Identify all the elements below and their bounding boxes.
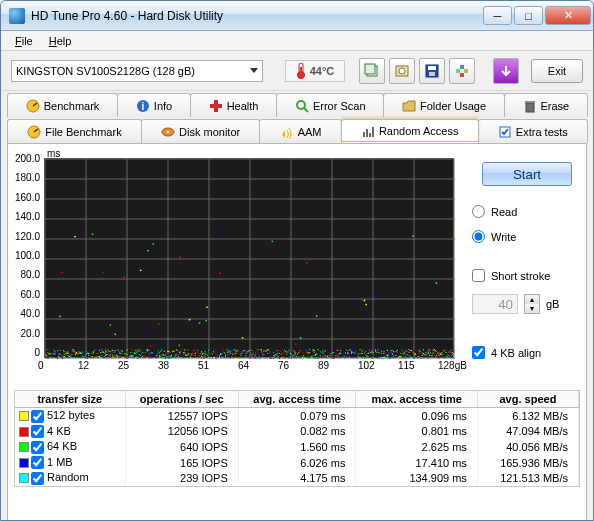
svg-rect-410 xyxy=(188,354,189,355)
svg-rect-87 xyxy=(58,357,59,358)
svg-rect-282 xyxy=(136,357,137,358)
tab-aam[interactable]: AAM xyxy=(259,119,341,143)
svg-rect-150 xyxy=(83,356,84,357)
svg-rect-205 xyxy=(106,354,107,355)
svg-rect-807 xyxy=(346,356,347,357)
svg-rect-843 xyxy=(361,349,362,350)
svg-rect-430 xyxy=(196,352,197,353)
svg-rect-262 xyxy=(129,358,130,359)
copy-info-button[interactable] xyxy=(359,58,385,84)
svg-rect-101 xyxy=(64,356,65,357)
svg-rect-827 xyxy=(355,358,356,359)
svg-rect-203 xyxy=(105,350,106,351)
align-checkbox[interactable] xyxy=(472,346,485,359)
svg-rect-1041 xyxy=(440,354,441,355)
svg-rect-645 xyxy=(281,357,282,358)
svg-rect-142 xyxy=(81,352,82,353)
save-button[interactable] xyxy=(419,58,445,84)
svg-rect-126 xyxy=(74,351,75,352)
exit-button[interactable]: Exit xyxy=(531,59,583,83)
svg-rect-397 xyxy=(183,354,184,355)
svg-rect-124 xyxy=(74,352,75,353)
svg-rect-545 xyxy=(242,355,243,356)
tab-health[interactable]: Health xyxy=(190,93,277,117)
svg-rect-652 xyxy=(285,355,286,356)
read-radio[interactable] xyxy=(472,205,485,218)
svg-rect-480 xyxy=(215,358,216,359)
tab-error-scan[interactable]: Error Scan xyxy=(276,93,384,117)
tab-folder-usage[interactable]: Folder Usage xyxy=(383,93,505,117)
svg-rect-209 xyxy=(107,350,108,351)
svg-rect-404 xyxy=(185,349,186,350)
row-checkbox[interactable] xyxy=(31,472,44,485)
svg-rect-1034 xyxy=(437,350,438,351)
svg-rect-814 xyxy=(350,349,351,350)
tab-erase[interactable]: Erase xyxy=(504,93,588,117)
svg-rect-923 xyxy=(393,356,394,357)
svg-rect-735 xyxy=(317,349,318,350)
svg-rect-463 xyxy=(209,350,210,351)
svg-rect-396 xyxy=(182,358,183,359)
svg-rect-1093 xyxy=(199,322,201,324)
menu-help[interactable]: Help xyxy=(41,33,80,49)
refresh-button[interactable] xyxy=(493,58,519,84)
maximize-button[interactable]: □ xyxy=(514,6,543,25)
svg-rect-886 xyxy=(379,357,380,358)
svg-rect-1058 xyxy=(447,354,448,355)
close-button[interactable]: ✕ xyxy=(545,6,591,25)
svg-rect-293 xyxy=(141,355,142,356)
svg-rect-872 xyxy=(373,350,374,351)
svg-rect-500 xyxy=(224,352,225,353)
svg-rect-1088 xyxy=(147,250,149,252)
svg-rect-353 xyxy=(165,354,166,355)
row-checkbox[interactable] xyxy=(31,425,44,438)
svg-rect-99 xyxy=(63,353,64,354)
minimize-button[interactable]: ─ xyxy=(483,6,512,25)
svg-rect-236 xyxy=(118,350,119,351)
svg-rect-152 xyxy=(85,355,86,356)
row-checkbox[interactable] xyxy=(31,441,44,454)
svg-rect-965 xyxy=(410,356,411,357)
table-row: Random239 IOPS4.175 ms134.909 ms121.513 … xyxy=(15,470,579,486)
svg-rect-64 xyxy=(50,357,51,358)
svg-rect-841 xyxy=(361,353,362,354)
svg-rect-961 xyxy=(409,352,410,353)
svg-rect-877 xyxy=(375,351,376,352)
svg-rect-509 xyxy=(227,355,228,356)
svg-rect-975 xyxy=(413,358,414,359)
row-checkbox[interactable] xyxy=(31,410,44,423)
svg-rect-640 xyxy=(280,351,281,352)
settings-button[interactable] xyxy=(449,58,475,84)
menu-file[interactable]: File xyxy=(7,33,41,49)
svg-rect-621 xyxy=(272,357,273,358)
svg-rect-968 xyxy=(411,357,412,358)
svg-rect-1103 xyxy=(295,344,297,346)
svg-rect-816 xyxy=(350,355,351,356)
svg-rect-161 xyxy=(88,353,89,354)
tab-file-benchmark[interactable]: File Benchmark xyxy=(7,119,142,143)
tab-random-access[interactable]: Random Access xyxy=(341,119,479,143)
row-checkbox[interactable] xyxy=(31,456,44,469)
stroke-spinner[interactable]: ▲▼ xyxy=(524,294,540,314)
svg-rect-132 xyxy=(76,352,77,353)
short-stroke-checkbox[interactable] xyxy=(472,269,485,282)
svg-rect-774 xyxy=(333,358,334,359)
svg-rect-72 xyxy=(52,354,53,355)
svg-rect-286 xyxy=(139,351,140,352)
tab-extra-tests[interactable]: Extra tests xyxy=(478,119,588,143)
svg-rect-69 xyxy=(51,353,52,354)
tab-benchmark[interactable]: Benchmark xyxy=(7,93,118,117)
screenshot-button[interactable] xyxy=(389,58,415,84)
svg-rect-253 xyxy=(125,356,126,357)
svg-rect-350 xyxy=(164,351,165,352)
titlebar[interactable]: HD Tune Pro 4.60 - Hard Disk Utility ─ □… xyxy=(1,1,593,31)
tab-info[interactable]: iInfo xyxy=(117,93,191,117)
drive-selector[interactable]: KINGSTON SV100S2128G (128 gB) xyxy=(11,60,263,82)
svg-rect-659 xyxy=(287,356,288,357)
svg-rect-97 xyxy=(63,356,64,357)
svg-rect-699 xyxy=(303,355,304,356)
write-radio[interactable] xyxy=(472,230,485,243)
svg-rect-911 xyxy=(388,352,389,353)
tab-disk-monitor[interactable]: Disk monitor xyxy=(141,119,261,143)
start-button[interactable]: Start xyxy=(482,162,572,186)
